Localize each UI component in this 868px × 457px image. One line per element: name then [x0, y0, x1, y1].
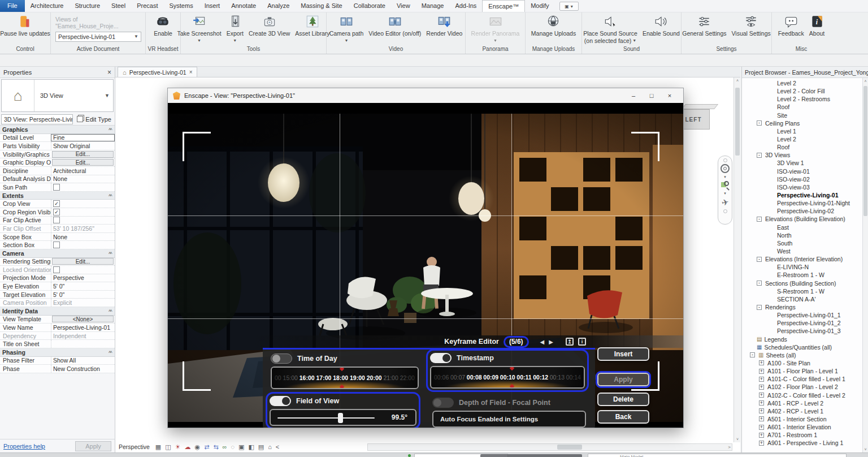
ribbon-tab[interactable]: Manage: [416, 0, 450, 12]
tree-expand-icon[interactable]: [759, 416, 764, 421]
scroll-down-icon[interactable]: ˅: [863, 447, 868, 451]
edit-type-button[interactable]: Edit Type: [75, 114, 114, 124]
tree-item[interactable]: Sheets (all): [742, 351, 868, 359]
scroll-right-icon[interactable]: >: [728, 445, 731, 450]
scrollbar-thumb[interactable]: [557, 445, 582, 450]
tree-expand-icon[interactable]: [750, 352, 755, 357]
tree-item[interactable]: Site: [742, 111, 868, 119]
export-button[interactable]: Export▼: [224, 14, 246, 45]
close-button[interactable]: ×: [661, 89, 678, 102]
tree-item[interactable]: A901 - Perspective - Living 1: [742, 439, 868, 447]
enable-sound-button[interactable]: Enable Sound: [640, 14, 682, 37]
tree-item[interactable]: ISO-view-01: [742, 167, 868, 175]
ribbon-tab[interactable]: Precast: [131, 0, 163, 12]
pan-plane-icon[interactable]: ✈: [721, 197, 730, 208]
timestamp-toggle[interactable]: [430, 353, 452, 363]
enscape-viewport[interactable]: Keyframe Editor (5/6) ◀ ▶ ↥ i Time of Da…: [168, 103, 683, 428]
tree-expand-icon[interactable]: [759, 400, 764, 406]
chevron-down-icon[interactable]: ▾: [724, 191, 726, 196]
ribbon-tab[interactable]: Massing & Site: [295, 0, 348, 12]
close-icon[interactable]: ×: [189, 69, 193, 75]
tree-item[interactable]: East: [742, 223, 868, 231]
take-screenshot-button[interactable]: Take Screenshot▼: [175, 14, 223, 45]
tree-item[interactable]: A601 - Interior Elevation: [742, 423, 868, 431]
apply-button[interactable]: Apply: [597, 373, 649, 386]
tree-scrollbar[interactable]: ˄ ˅: [862, 78, 868, 452]
general-settings-button[interactable]: General Settings: [680, 14, 728, 37]
property-value[interactable]: Edit...: [52, 159, 114, 166]
tree-item[interactable]: S-Restroom 1 - W: [742, 287, 868, 295]
tree-item[interactable]: Level 1: [742, 127, 868, 135]
tree-item[interactable]: South: [742, 239, 868, 247]
enscape-title-bar[interactable]: Enscape - View: "Perspective-Living-01" …: [168, 88, 683, 103]
tree-item[interactable]: A401 - RCP - Level 2: [742, 399, 868, 407]
ribbon-tab[interactable]: Steel: [106, 0, 131, 12]
tree-item[interactable]: Elevations (Building Elevation): [742, 215, 868, 223]
property-value[interactable]: [51, 340, 115, 348]
scroll-up-icon[interactable]: ˄: [735, 79, 740, 83]
property-value[interactable]: [51, 266, 115, 274]
property-value[interactable]: [28, 126, 115, 133]
tree-expand-icon[interactable]: [759, 408, 764, 413]
tree-expand-icon[interactable]: [759, 425, 764, 430]
view-tab[interactable]: ⌂ Perspective-Living-01 ×: [118, 67, 197, 77]
manage-uploads-button[interactable]: Manage Uploads: [529, 14, 578, 37]
design-options-box[interactable]: Main Model: [588, 454, 847, 457]
tree-expand-icon[interactable]: [759, 377, 764, 382]
tree-item[interactable]: A102-C - Color filled - Level 2: [742, 391, 868, 399]
property-value[interactable]: Edit...: [52, 258, 114, 265]
back-button[interactable]: Back: [597, 410, 649, 424]
time-of-day-timeline[interactable]: 0015:0016:0017:0018:0019:0020:0021:0022:…: [271, 367, 419, 389]
next-keyframe-icon[interactable]: ▶: [549, 339, 553, 345]
property-value[interactable]: [51, 241, 115, 249]
property-value[interactable]: Perspective-Living-01: [51, 324, 115, 331]
tree-item[interactable]: SECTION A-A': [742, 295, 868, 303]
ribbon-tab[interactable]: Collaborate: [348, 0, 391, 12]
analytical-model-icon[interactable]: ◧: [248, 443, 254, 451]
tree-expand-icon[interactable]: [757, 153, 762, 158]
rendering-dialog-icon[interactable]: ◉: [195, 443, 201, 451]
property-value[interactable]: Independent: [51, 332, 115, 340]
previous-keyframe-icon[interactable]: ◀: [540, 339, 545, 345]
scroll-up-icon[interactable]: ˄: [863, 79, 868, 83]
ribbon-tab[interactable]: Annotate: [225, 0, 262, 12]
visual-settings-button[interactable]: Visual Settings: [729, 14, 772, 37]
tree-item[interactable]: Schedules/Quantities (all): [742, 343, 868, 351]
maximize-button[interactable]: □: [643, 89, 660, 102]
close-icon[interactable]: ×: [107, 68, 111, 76]
tree-item[interactable]: Ceiling Plans: [742, 119, 868, 127]
tree-item[interactable]: Legends: [742, 335, 868, 343]
tree-item[interactable]: A102 - Floor Plan - Level 2: [742, 383, 868, 391]
property-value[interactable]: 5' 0": [51, 282, 115, 290]
timestamp-timeline[interactable]: 00:0600:0700:0800:0900:1000:1100:1200:13…: [430, 366, 585, 389]
minimize-button[interactable]: –: [625, 89, 642, 102]
sun-path-off-icon[interactable]: ☀: [175, 443, 181, 451]
tree-item[interactable]: Level 2: [742, 135, 868, 143]
tree-expand-icon[interactable]: [759, 433, 764, 438]
tree-item[interactable]: Perspective-Living-01_2: [742, 319, 868, 327]
reveal-constraints-icon[interactable]: ⇆: [213, 443, 218, 451]
tree-item[interactable]: Level 2 - Color Fill: [742, 87, 868, 95]
steering-wheel-icon[interactable]: [721, 164, 730, 173]
chevron-down-icon[interactable]: ▾: [724, 175, 726, 179]
property-value[interactable]: [25, 348, 115, 356]
tree-item[interactable]: Perspective-Living-01-Night: [742, 199, 868, 207]
property-value[interactable]: Fine: [51, 134, 115, 142]
property-value[interactable]: Perspective: [51, 274, 115, 282]
tree-expand-icon[interactable]: [757, 344, 762, 350]
tree-expand-icon[interactable]: [759, 369, 764, 374]
render-video-button[interactable]: Render Video: [424, 14, 465, 37]
ribbon-tab[interactable]: Systems: [163, 0, 198, 12]
property-value[interactable]: [51, 217, 115, 225]
property-value[interactable]: <None>: [52, 316, 114, 322]
tree-expand-icon[interactable]: [757, 305, 762, 310]
ribbon-tab[interactable]: Structure: [69, 0, 106, 12]
tree-item[interactable]: Roof: [742, 143, 868, 151]
collapse-arrow[interactable]: <: [276, 443, 279, 451]
ribbon-tab[interactable]: File: [0, 0, 25, 12]
fov-slider-handle[interactable]: [338, 413, 343, 423]
reveal-hidden-icon[interactable]: ◌: [231, 443, 235, 451]
tree-item[interactable]: Sections (Building Section): [742, 279, 868, 287]
scrollbar-thumb[interactable]: [863, 86, 867, 216]
displace-elements-icon[interactable]: ⇄: [204, 443, 209, 451]
